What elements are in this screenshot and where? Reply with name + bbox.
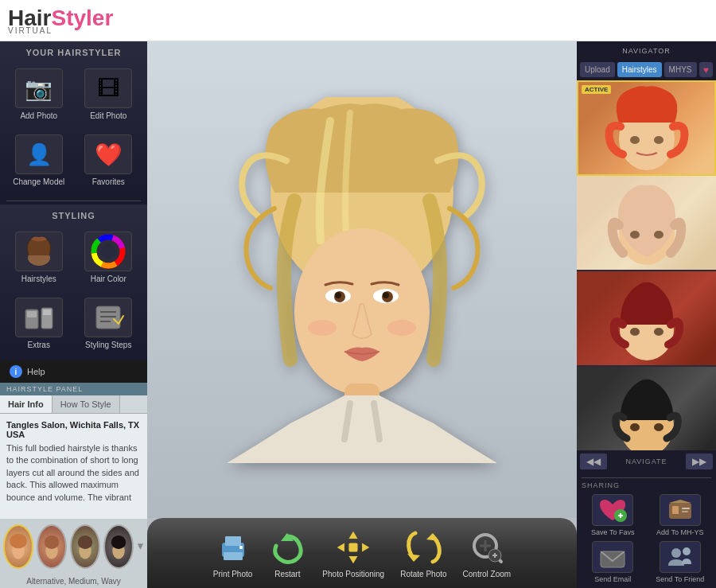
save-to-favs-button[interactable]: Save To Favs — [582, 494, 644, 536]
hair-color-button[interactable]: Hair Color — [76, 227, 142, 288]
svg-rect-39 — [239, 546, 243, 549]
svg-marker-41 — [349, 531, 358, 538]
styling-title: STYLING — [6, 211, 141, 220]
svg-marker-72 — [669, 500, 691, 503]
svg-point-17 — [10, 534, 27, 549]
control-zoom-label: Control Zoom — [463, 570, 512, 578]
svg-marker-24 — [138, 543, 143, 549]
save-favs-icon — [592, 494, 633, 526]
sharing-section: SHARING Save To Favs — [577, 473, 716, 588]
send-email-button[interactable]: Send Email — [582, 541, 644, 583]
navigator-header: NAVIGATOR — [577, 41, 716, 59]
bottom-toolbar: Print Photo Restart — [147, 518, 577, 588]
your-hairstyler-title: YOUR HAIRSTYLER — [6, 48, 141, 57]
change-model-button[interactable]: 👤 Change Model — [6, 130, 72, 191]
svg-point-34 — [308, 320, 337, 336]
hairstyle-panel-header: HAIRSTYLE PANEL — [0, 383, 147, 395]
add-photo-button[interactable]: 📷 Add Photo — [6, 64, 72, 125]
logo: HairStyler VIRTUAL — [8, 6, 113, 35]
gallery-hair-4 — [595, 368, 698, 451]
restart-button[interactable]: Restart — [268, 528, 306, 578]
thumb-4[interactable] — [103, 524, 134, 569]
thumb-3[interactable] — [70, 524, 100, 569]
logo-styler: Styler — [51, 6, 113, 30]
extras-icon-box — [15, 298, 63, 337]
print-photo-label: Print Photo — [213, 570, 252, 578]
gallery-item-3[interactable] — [577, 271, 716, 367]
rotate-photo-button[interactable]: Rotate Photo — [400, 528, 446, 578]
svg-point-33 — [383, 292, 389, 298]
svg-point-35 — [387, 320, 416, 336]
extras-button[interactable]: Extras — [6, 293, 72, 354]
svg-marker-46 — [426, 533, 439, 541]
center-area: Print Photo Restart — [147, 41, 577, 588]
svg-point-61 — [654, 231, 663, 239]
hairstyles-button[interactable]: Hairstyles — [6, 227, 72, 288]
sharing-title: SHARING — [582, 477, 711, 489]
tab-upload[interactable]: Upload — [580, 62, 615, 77]
svg-point-67 — [654, 423, 663, 431]
svg-marker-43 — [337, 543, 344, 551]
rotate-photo-label: Rotate Photo — [400, 570, 446, 578]
edit-photo-label: Edit Photo — [90, 111, 126, 120]
heart-tab-icon: ♥ — [703, 64, 709, 76]
active-badge: ACTIVE — [582, 85, 611, 94]
gallery-hair-1 — [595, 83, 698, 174]
your-hairstyler-grid: 📷 Add Photo 🎞 Edit Photo 👤 Change Model — [6, 64, 141, 191]
add-mhys-icon — [660, 494, 701, 526]
svg-point-63 — [630, 328, 640, 336]
svg-point-57 — [630, 136, 640, 144]
gallery-item-2[interactable] — [577, 176, 716, 271]
hairstyles-label: Hairstyles — [21, 275, 56, 283]
svg-rect-45 — [349, 543, 358, 551]
gallery-hair-2 — [595, 177, 698, 269]
nav-prev-button[interactable]: ◀◀ — [580, 454, 607, 469]
help-button[interactable]: i Help — [0, 360, 147, 383]
gallery-item-1[interactable]: ACTIVE — [577, 80, 716, 176]
salon-name: Tangles Salon, Wichita Falls, TX USA — [6, 420, 141, 439]
svg-marker-42 — [349, 556, 358, 563]
svg-point-26 — [294, 228, 430, 395]
extras-label: Extras — [28, 341, 50, 349]
hair-color-label: Hair Color — [91, 275, 126, 283]
styling-grid: Hairstyles Hair Col — [6, 227, 141, 354]
print-photo-button[interactable]: Print Photo — [213, 528, 252, 578]
send-email-icon — [592, 541, 633, 573]
hairstyle-panel: HAIRSTYLE PANEL Hair Info How To Style T… — [0, 383, 147, 519]
favorites-icon-box: ❤️ — [84, 134, 132, 174]
tab-how-to-style[interactable]: How To Style — [53, 395, 120, 413]
add-photo-icon-box: 📷 — [15, 68, 63, 108]
main-layout: YOUR HAIRSTYLER 📷 Add Photo 🎞 Edit Photo — [0, 41, 716, 588]
svg-rect-75 — [682, 511, 688, 512]
rotate-icon — [404, 528, 442, 567]
gallery-item-4[interactable] — [577, 367, 716, 450]
edit-photo-button[interactable]: 🎞 Edit Photo — [76, 64, 142, 125]
extras-icon — [19, 302, 59, 333]
svg-rect-9 — [27, 311, 37, 317]
tab-hairstyles[interactable]: Hairstyles — [617, 62, 662, 77]
send-to-friend-button[interactable]: Send To Friend — [649, 541, 712, 583]
tab-mhys[interactable]: MHYS — [664, 62, 697, 77]
svg-rect-74 — [682, 508, 690, 509]
film-icon: 🎞 — [97, 76, 119, 102]
favorites-button[interactable]: ❤️ Favorites — [76, 130, 142, 191]
tab-heart[interactable]: ♥ — [699, 62, 713, 77]
thumb-2[interactable] — [37, 524, 67, 569]
styling-steps-button[interactable]: Styling Steps — [76, 293, 142, 354]
add-to-mhys-button[interactable]: Add To MH-YS — [649, 494, 712, 536]
navigator-tabs: Upload Hairstyles MHYS ♥ — [577, 59, 716, 80]
nav-controls: ◀◀ NAVIGATE ▶▶ — [577, 450, 716, 473]
tab-hair-info[interactable]: Hair Info — [0, 395, 53, 413]
control-zoom-button[interactable]: Control Zoom — [463, 528, 512, 578]
photo-positioning-button[interactable]: Photo Positioning — [322, 528, 384, 578]
thumb-1[interactable] — [3, 524, 33, 569]
nav-next-button[interactable]: ▶▶ — [686, 454, 713, 469]
help-label: Help — [27, 367, 45, 376]
thumbnail-label: Alternative, Medium, Wavy — [0, 574, 147, 588]
styling-steps-label: Styling Steps — [85, 341, 131, 349]
scroll-down-arrow[interactable] — [137, 539, 144, 554]
right-panel: NAVIGATOR Upload Hairstyles MHYS ♥ ACTIV… — [577, 41, 716, 588]
model-icon: 👤 — [26, 142, 52, 167]
thumbnail-row — [0, 519, 147, 574]
styling-steps-icon-box — [84, 298, 132, 337]
